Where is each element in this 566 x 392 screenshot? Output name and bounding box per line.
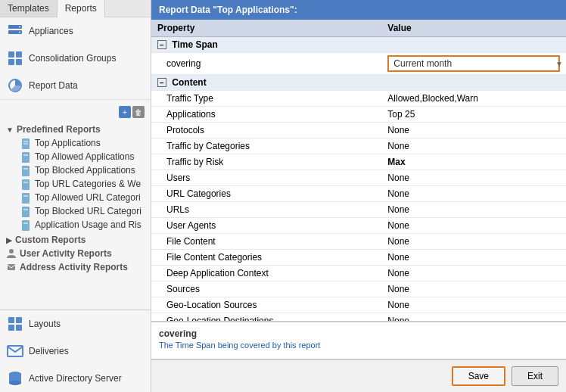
row-deep-app-context: Deep Application Context None: [151, 266, 566, 282]
tree-item-top-allowed-url[interactable]: Top Allowed URL Categori: [15, 191, 151, 204]
val-users: None: [381, 170, 566, 186]
nav-report-data[interactable]: Report Data: [0, 72, 151, 99]
prop-geo-location-destinations: Geo-Location Destinations: [151, 313, 381, 322]
svg-rect-22: [22, 220, 30, 231]
tree-item-top-blocked[interactable]: Top Blocked Applications: [15, 163, 151, 177]
prop-sources: Sources: [151, 282, 381, 297]
svg-rect-25: [8, 264, 15, 270]
left-panel: Templates Reports Appliances: [0, 0, 151, 392]
delete-report-button[interactable]: 🗑: [132, 106, 145, 118]
group-address-activity-label[interactable]: Address Activity Reports: [0, 260, 151, 274]
prop-applications: Applications: [151, 107, 381, 123]
group-custom-text: Custom Reports: [15, 235, 86, 245]
nav-active-directory[interactable]: Active Directory Server: [0, 365, 151, 392]
tree-item-top-allowed-label: Top Allowed Applications: [35, 151, 134, 162]
val-geo-location-destinations: None: [381, 313, 566, 322]
doc-icon-1: [21, 151, 32, 162]
add-report-button[interactable]: +: [119, 106, 131, 118]
val-traffic-by-categories: None: [381, 138, 566, 154]
nav-layouts[interactable]: Layouts: [0, 310, 151, 338]
val-user-agents: None: [381, 218, 566, 234]
row-applications: Applications Top 25: [151, 107, 566, 123]
report-header: Report Data "Top Applications":: [151, 0, 566, 20]
svg-rect-5: [16, 51, 22, 58]
nav-appliances[interactable]: Appliances: [0, 17, 151, 45]
doc-icon-4: [21, 192, 32, 203]
server-icon: [6, 22, 24, 40]
prop-deep-app-context: Deep Application Context: [151, 266, 381, 282]
nav-consolidation[interactable]: Consolidation Groups: [0, 45, 151, 72]
svg-rect-16: [22, 179, 30, 190]
doc-icon-0: [21, 138, 32, 148]
prop-protocols: Protocols: [151, 123, 381, 138]
group-user-activity-label[interactable]: User Activity Reports: [0, 247, 151, 260]
row-file-content-categories: File Content Categories None: [151, 250, 566, 266]
nav-consolidation-label: Consolidation Groups: [29, 53, 145, 64]
row-user-agents: User Agents None: [151, 218, 566, 234]
nav-report-data-label: Report Data: [29, 80, 145, 91]
col-property: Property: [151, 20, 381, 37]
nav-layouts-label: Layouts: [29, 319, 145, 329]
predefined-children: Top Applications Top Allowed Application…: [0, 136, 151, 232]
data-table: Property Value − Time Span covering C: [151, 20, 566, 322]
row-url-categories: URL Categories None: [151, 186, 566, 202]
group-user-activity-text: User Activity Reports: [20, 248, 112, 259]
tree-item-top-blocked-url[interactable]: Top Blocked URL Categori: [15, 204, 151, 218]
nav-deliveries[interactable]: Deliveries: [0, 338, 151, 365]
svg-rect-29: [16, 325, 22, 331]
tree-section: + 🗑 ▼ Predefined Reports Top Application…: [0, 100, 151, 310]
svg-rect-27: [16, 317, 22, 323]
tree-item-top-allowed[interactable]: Top Allowed Applications: [15, 150, 151, 163]
svg-rect-12: [22, 152, 30, 163]
prop-file-content-categories: File Content Categories: [151, 250, 381, 266]
doc-icon-5: [21, 206, 32, 216]
svg-rect-26: [8, 317, 14, 323]
svg-rect-20: [22, 207, 30, 217]
col-value: Value: [381, 20, 566, 37]
tab-reports[interactable]: Reports: [58, 0, 105, 17]
nav-active-directory-label: Active Directory Server: [29, 373, 145, 384]
svg-rect-6: [8, 59, 14, 65]
expand-custom-icon: ▶: [6, 236, 12, 244]
val-applications: Top 25: [381, 107, 566, 123]
group-predefined-label[interactable]: ▼ Predefined Reports: [0, 123, 151, 136]
group-custom-label[interactable]: ▶ Custom Reports: [0, 233, 151, 247]
svg-rect-14: [22, 166, 30, 176]
expand-time-span-button[interactable]: −: [157, 40, 166, 49]
row-geo-location-destinations: Geo-Location Destinations None: [151, 313, 566, 322]
save-button[interactable]: Save: [452, 366, 505, 386]
envelope-icon: [6, 342, 24, 360]
nav-appliances-label: Appliances: [29, 26, 145, 36]
description-label: covering: [159, 328, 558, 339]
nav-section: Appliances Consolidation Groups: [0, 17, 151, 100]
svg-point-3: [19, 32, 20, 33]
covering-dropdown[interactable]: Current month Last month Last 7 days Las…: [387, 55, 560, 72]
tree-item-top-url[interactable]: Top URL Categories & We: [15, 177, 151, 191]
tab-templates[interactable]: Templates: [0, 0, 58, 17]
row-users: Users None: [151, 170, 566, 186]
section-time-span: − Time Span: [151, 37, 566, 53]
svg-point-2: [19, 26, 20, 28]
expand-content-button[interactable]: −: [157, 78, 166, 87]
exit-button[interactable]: Exit: [512, 366, 558, 386]
time-span-text: Time Span: [172, 39, 217, 50]
tree-item-top-url-label: Top URL Categories & We: [35, 179, 141, 189]
prop-urls: URLs: [151, 202, 381, 218]
cylinder-icon: [6, 369, 24, 387]
row-traffic-by-risk: Traffic by Risk Max: [151, 154, 566, 170]
val-traffic-type: Allowed,Blocked,Warn: [381, 91, 566, 107]
tree-item-top-applications[interactable]: Top Applications: [15, 136, 151, 150]
tree-item-app-usage[interactable]: Application Usage and Ris: [15, 218, 151, 232]
svg-rect-28: [8, 325, 14, 331]
prop-traffic-type: Traffic Type: [151, 91, 381, 107]
section-content-label: − Content: [151, 75, 566, 91]
prop-covering: covering: [151, 53, 381, 75]
val-deep-app-context: None: [381, 266, 566, 282]
prop-user-agents: User Agents: [151, 218, 381, 234]
bottom-nav: Layouts Deliveries Active Directory Serv…: [0, 310, 151, 392]
button-bar: Save Exit: [151, 359, 566, 392]
tree-item-top-blocked-url-label: Top Blocked URL Categori: [35, 206, 142, 216]
group-predefined-text: Predefined Reports: [17, 124, 101, 135]
tree-item-top-blocked-label: Top Blocked Applications: [35, 165, 135, 176]
section-time-span-label: − Time Span: [151, 37, 566, 53]
